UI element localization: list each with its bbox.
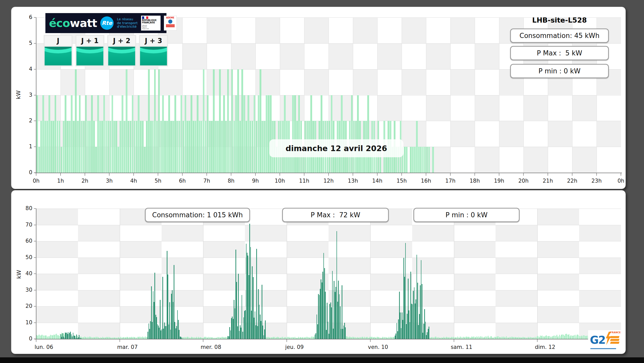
- daily-consumption-bar: [150, 121, 152, 173]
- y-tick: [34, 17, 36, 18]
- daily-consumption-bar: [99, 121, 101, 173]
- weekly-base-bar: [549, 336, 549, 339]
- daily-consumption-bar: [241, 69, 243, 173]
- grid-cell: [454, 241, 496, 258]
- weekly-peak-bar: [68, 332, 69, 339]
- weekly-base-bar: [389, 337, 389, 339]
- forecast-tile-j3[interactable]: J + 3: [139, 35, 168, 66]
- weekly-base-bar: [451, 337, 452, 339]
- weekly-peak-bar: [255, 311, 255, 339]
- weekly-peak-bar: [150, 321, 151, 339]
- weekly-peak-bar: [157, 324, 158, 339]
- weekly-peak-bar: [315, 333, 316, 339]
- weekly-base-bar: [86, 337, 86, 339]
- weekly-base-bar: [485, 336, 486, 339]
- weekly-base-bar: [267, 337, 267, 339]
- daily-consumption-bar: [53, 121, 54, 173]
- weekly-base-bar: [285, 337, 286, 339]
- x-tick-label: 10h: [275, 178, 285, 184]
- weekly-base-bar: [541, 336, 542, 339]
- weekly-base-bar: [465, 337, 466, 339]
- weekly-base-bar: [357, 337, 358, 339]
- grid-cell: [158, 69, 182, 95]
- weekly-base-bar: [583, 335, 584, 339]
- y-tick: [34, 339, 36, 339]
- weekly-base-bar: [83, 337, 84, 339]
- weekly-base-bar: [353, 337, 354, 339]
- daily-consumption-bar: [110, 121, 111, 173]
- x-tick: [474, 173, 475, 176]
- y-tick: [34, 241, 36, 241]
- weekly-peak-bar: [235, 308, 235, 339]
- gridline: [36, 290, 621, 290]
- weekly-base-bar: [483, 337, 484, 339]
- daily-consumption-bar: [105, 121, 107, 173]
- x-tick-label: 22h: [567, 178, 577, 184]
- weekly-peak-bar: [425, 322, 426, 339]
- weekly-chart-panel: lun. 06mar. 07mer. 08jeu. 09ven. 10sam. …: [11, 190, 626, 354]
- weekly-peak-bar: [403, 258, 404, 339]
- weekly-base-bar: [219, 337, 220, 339]
- weekly-peak-bar: [406, 324, 407, 339]
- weekly-peak-bar: [327, 303, 328, 339]
- daily-consumption-bar: [172, 121, 174, 173]
- weekly-base-bar: [312, 337, 313, 339]
- daily-consumption-bar: [406, 147, 408, 173]
- daily-consumption-bar: [91, 95, 93, 173]
- weekly-base-bar: [555, 336, 556, 339]
- weekly-peak-bar: [317, 324, 318, 339]
- x-tick: [328, 173, 329, 176]
- weekly-base-bar: [446, 337, 447, 339]
- gridline: [203, 209, 203, 339]
- forecast-tile-j1[interactable]: J + 1: [75, 35, 104, 66]
- weekly-peak-bar: [264, 329, 265, 339]
- grid-cell: [255, 17, 280, 43]
- daily-consumption-bar: [254, 95, 255, 173]
- weekly-peak-bar: [235, 250, 236, 339]
- grid-cell: [450, 69, 475, 95]
- weekly-base-bar: [460, 337, 461, 339]
- x-tick-label: 16h: [421, 178, 431, 184]
- weekly-peak-bar: [231, 318, 232, 339]
- weekly-base-bar: [392, 337, 393, 339]
- daily-consumption-bar: [217, 121, 219, 173]
- weekly-base-bar: [477, 337, 478, 339]
- weekly-plot-area[interactable]: lun. 06mar. 07mer. 08jeu. 09ven. 10sam. …: [36, 209, 621, 339]
- weekly-base-bar: [273, 337, 274, 339]
- weekly-base-bar: [292, 337, 293, 339]
- weekly-peak-bar: [412, 304, 413, 339]
- forecast-tile-j[interactable]: J: [44, 35, 73, 66]
- weekly-base-bar: [266, 337, 267, 339]
- grid-cell: [36, 274, 78, 290]
- weekly-base-bar: [570, 335, 571, 339]
- y-tick-label: 0: [17, 169, 32, 175]
- forecast-tile-j2[interactable]: J + 2: [107, 35, 136, 66]
- y-tick: [34, 43, 36, 44]
- weekly-peak-bar: [79, 335, 80, 339]
- weekly-peak-bar: [154, 273, 155, 339]
- weekly-peak-bar: [316, 315, 317, 339]
- weekly-base-bar: [435, 337, 435, 339]
- weekly-base-bar: [355, 337, 355, 339]
- weekly-base-bar: [579, 336, 580, 339]
- gridline: [120, 209, 120, 339]
- grid-cell: [78, 225, 120, 241]
- weekly-peak-bar: [67, 334, 68, 339]
- x-tick: [231, 173, 231, 176]
- daily-consumption-bar: [420, 147, 422, 173]
- weekly-peak-bar: [422, 333, 423, 339]
- weekly-peak-bar: [426, 335, 427, 339]
- weekly-peak-bar: [227, 336, 228, 339]
- grid-cell: [109, 69, 134, 95]
- weekly-base-bar: [453, 337, 454, 339]
- weekly-base-bar: [566, 334, 567, 339]
- x-tick: [523, 173, 524, 176]
- x-tick-label: jeu. 09: [285, 344, 304, 350]
- weekly-base-bar: [349, 337, 350, 339]
- weekly-base-bar: [523, 337, 524, 339]
- weekly-peak-bar: [423, 324, 424, 339]
- weekly-peak-bar: [263, 335, 264, 339]
- weekly-base-bar: [274, 337, 274, 339]
- weekly-base-bar: [472, 337, 473, 339]
- grid-cell: [255, 69, 280, 95]
